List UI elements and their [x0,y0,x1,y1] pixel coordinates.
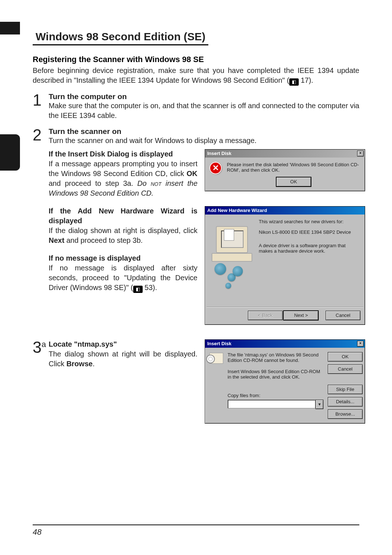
skip-file-button[interactable]: Skip File [328,385,363,394]
t: If no message is displayed after sixty s… [49,264,197,291]
step-number: 1 [33,92,49,121]
dialog-message-2: Insert Windows 98 Second Edition CD-ROM … [228,369,323,380]
step-3a-text: Locate "ntmap.sys" The dialog shown at r… [49,339,197,424]
t: not [151,179,162,187]
dialog-title: Add New Hardware Wizard [207,208,267,213]
sub-title: If the Add New Hardware Wizard is displa… [49,206,197,226]
copy-files-input[interactable] [228,400,315,408]
n: 3 [33,338,41,356]
wizard-line1: This wizard searches for new drivers for… [259,219,360,224]
wizard-computer-illustration [209,219,253,291]
dialog-add-new-hardware: Add New Hardware Wizard [205,206,365,325]
subsection-heading: Registering the Scanner with Windows 98 … [33,55,359,64]
bold: Next [49,236,64,244]
wizard-device: Nikon LS-8000 ED IEEE 1394 SBP2 Device [259,229,360,235]
dialog-insert-disk-2: Insert Disk × The file 'ntmap.sys' on Wi… [205,339,365,424]
dialog-titlebar[interactable]: Insert Disk × [205,150,365,158]
sub-title: If no message is displayed [49,253,197,263]
browse-button[interactable]: Browse... [328,409,363,419]
page-number: 48 [33,527,41,536]
step-2a-text: If the Insert Disk Dialog is displayed I… [49,149,197,198]
step-2b-row: If the Add New Hardware Wizard is displa… [49,206,365,325]
t: and proceed to step 3a. [49,179,137,187]
dialog-insert-disk-1: Insert Disk × ✕ Please insert the disk l… [205,149,365,191]
step-title: Turn the computer on [49,92,359,101]
ok-button[interactable]: OK [328,352,363,362]
step-2a-row: If the Insert Disk Dialog is displayed I… [49,149,365,198]
next-button[interactable]: Next > [283,311,318,320]
sub-title: If the Insert Disk Dialog is displayed [49,149,197,159]
back-button: < Back [248,311,283,320]
step-number: 2 [33,127,49,325]
thumb-tab-top [0,22,20,34]
t: Do [137,179,151,187]
dropdown-button[interactable]: ▾ [315,400,323,409]
dialog-titlebar[interactable]: Add New Hardware Wizard [205,207,365,215]
ok-button[interactable]: OK [276,177,311,187]
step-2: 2 Turn the scanner on Turn the scanner o… [33,127,359,325]
cancel-button[interactable]: Cancel [328,364,363,374]
page-ref-icon: ◧ [289,78,299,86]
details-button[interactable]: Details... [328,397,363,407]
t: and proceed to step 3b. [64,236,143,244]
dialog-titlebar[interactable]: Insert Disk × [205,340,365,348]
dialog-message: Please insert the disk labeled 'Windows … [227,162,360,173]
manual-page: Windows 98 Second Edition (SE) Registeri… [0,0,392,555]
section-title: Windows 98 Second Edition (SE) [36,30,205,43]
page-footer: 48 [33,525,359,537]
dialog-title: Insert Disk [207,151,231,156]
bold: OK [187,170,197,177]
step-title: Turn the scanner on [49,127,365,136]
t: 53). [143,283,157,291]
section-title-bar: Windows 98 Second Edition (SE) [33,29,208,45]
intro-paragraph: Before beginning device registration, ma… [33,66,359,86]
page-ref-icon: ◧ [133,286,143,293]
sup: a [41,340,46,349]
cancel-button[interactable]: Cancel [326,311,360,320]
close-icon[interactable]: × [357,151,364,156]
step-body: Turn the scanner on and wait for Windows… [49,136,365,146]
thumb-tab-side [0,134,20,171]
sub-title: Locate "ntmap.sys" [49,339,197,349]
intro-ref: 17). [299,76,313,84]
copy-files-label: Copy files from: [228,393,260,398]
disk-icon [209,353,223,364]
step-body: Make sure that the computer is on, and t… [49,101,359,121]
step-1: 1 Turn the computer on Make sure that th… [33,92,359,121]
t: . [93,360,95,368]
t: If the dialog shown at right is displaye… [49,227,197,234]
t: If a message appears prompting you to in… [49,160,197,177]
error-icon: ✕ [209,162,222,174]
step-2b-text: If the Add New Hardware Wizard is displa… [49,206,197,325]
dialog-message-1: The file 'ntmap.sys' on Windows 98 Secon… [228,352,323,363]
bold: Browse [66,360,93,368]
step-number: 3a [33,339,49,424]
step-3a: 3a Locate "ntmap.sys" The dialog shown a… [33,339,359,424]
close-icon[interactable]: × [357,341,364,347]
dialog-title: Insert Disk [207,341,231,346]
wizard-line2: A device driver is a software program th… [259,243,360,254]
